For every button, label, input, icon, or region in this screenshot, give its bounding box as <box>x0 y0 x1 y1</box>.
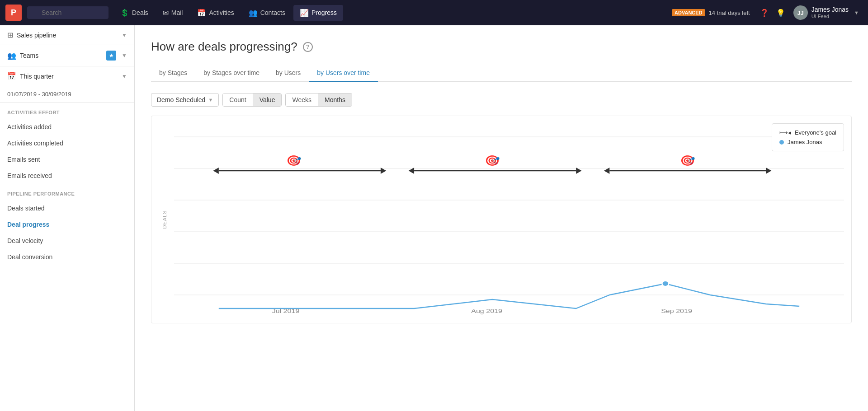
period-icon: 📅 <box>7 72 16 80</box>
user-menu[interactable]: JJ James Jonas UI Feed ▼ <box>790 4 863 22</box>
app-body: ⊞ Sales pipeline ▼ 👥 Teams ★ ▼ 📅 This qu… <box>0 25 868 411</box>
legend-goal: ⟼◂ Everyone's goal <box>779 129 836 136</box>
plan-badge: ADVANCED <box>672 9 705 16</box>
filters-row: Demo Scheduled ▼ Count Value Weeks Month… <box>151 93 852 107</box>
teams-dropdown[interactable]: 👥 Teams ★ ▼ <box>0 45 134 66</box>
pipeline-icon: ⊞ <box>7 31 13 39</box>
svg-text:Aug 2019: Aug 2019 <box>471 308 502 314</box>
teams-star: ★ <box>106 51 116 61</box>
svg-point-24 <box>662 281 669 286</box>
svg-text:Sep 2019: Sep 2019 <box>661 308 692 314</box>
sidebar-item-activities-completed[interactable]: Activities completed <box>0 135 134 151</box>
page-title: How are deals progressing? <box>151 40 297 54</box>
period-dropdown[interactable]: 📅 This quarter ▼ <box>0 66 134 86</box>
legend-user-label: James Jonas <box>788 139 822 145</box>
search-wrap: 🔍 <box>27 6 108 19</box>
count-toggle-btn[interactable]: Count <box>223 93 253 106</box>
user-line-icon <box>779 140 784 145</box>
mail-icon: ✉ <box>163 9 169 17</box>
top-navigation: P 🔍 💲 Deals ✉ Mail 📅 Activities 👥 Contac… <box>0 0 868 25</box>
sidebar-item-emails-received[interactable]: Emails received <box>0 168 134 184</box>
stage-filter-label: Demo Scheduled <box>157 96 205 103</box>
tips-button[interactable]: 💡 <box>774 5 788 20</box>
nav-item-progress[interactable]: 📈 Progress <box>293 5 343 21</box>
user-name: James Jonas <box>811 6 849 14</box>
trial-text: 14 trial days left <box>709 9 750 16</box>
weeks-toggle-btn[interactable]: Weeks <box>286 93 318 106</box>
weeks-months-toggle: Weeks Months <box>285 93 352 107</box>
teams-icon: 👥 <box>7 51 16 60</box>
sidebar-item-emails-sent[interactable]: Emails sent <box>0 151 134 168</box>
stage-filter-dropdown[interactable]: Demo Scheduled ▼ <box>151 93 219 107</box>
help-button[interactable]: ❓ <box>757 5 772 20</box>
contacts-icon: 👥 <box>249 9 258 17</box>
app-logo[interactable]: P <box>5 5 22 21</box>
period-arrow: ▼ <box>122 73 127 79</box>
nav-item-deals[interactable]: 💲 Deals <box>114 5 155 21</box>
count-value-toggle: Count Value <box>222 93 282 107</box>
nav-item-activities[interactable]: 📅 Activities <box>191 5 240 21</box>
sidebar-item-deal-conversion[interactable]: Deal conversion <box>0 249 134 265</box>
svg-text:🎯: 🎯 <box>485 155 500 167</box>
months-toggle-btn[interactable]: Months <box>318 93 352 106</box>
tab-by-stages-over-time[interactable]: by Stages over time <box>195 65 268 82</box>
goal-line-icon: ⟼◂ <box>779 129 791 136</box>
avatar: JJ <box>793 5 808 20</box>
date-range: 01/07/2019 - 30/09/2019 <box>0 86 134 103</box>
pipeline-dropdown[interactable]: ⊞ Sales pipeline ▼ <box>0 25 134 45</box>
tab-by-stages[interactable]: by Stages <box>151 65 195 82</box>
chart-svg: $6K $5K $4K $3K $2K $1K 🎯 <box>174 123 844 318</box>
nav-item-contacts[interactable]: 👥 Contacts <box>242 5 292 21</box>
sidebar-item-activities-added[interactable]: Activities added <box>0 119 134 135</box>
user-subtitle: UI Feed <box>811 14 849 19</box>
legend-user: James Jonas <box>779 139 836 145</box>
user-menu-arrow: ▼ <box>854 10 859 15</box>
progress-icon: 📈 <box>300 9 309 17</box>
activities-icon: 📅 <box>197 9 206 17</box>
svg-text:🎯: 🎯 <box>680 155 695 167</box>
search-input[interactable] <box>27 6 108 19</box>
tab-by-users[interactable]: by Users <box>268 65 309 82</box>
main-content: How are deals progressing? ? by Stages b… <box>135 25 868 411</box>
svg-text:🎯: 🎯 <box>286 155 302 167</box>
sidebar-item-deal-progress[interactable]: Deal progress <box>0 216 134 233</box>
teams-label: Teams <box>20 52 103 59</box>
y-axis-label: DEALS <box>162 210 167 229</box>
period-label: This quarter <box>20 73 116 80</box>
pipeline-arrow: ▼ <box>122 32 127 38</box>
sidebar-item-deals-started[interactable]: Deals started <box>0 200 134 216</box>
sidebar-item-deal-velocity[interactable]: Deal velocity <box>0 233 134 249</box>
legend-goal-label: Everyone's goal <box>795 129 836 136</box>
value-toggle-btn[interactable]: Value <box>253 93 282 106</box>
stage-filter-arrow: ▼ <box>208 97 213 103</box>
nav-item-mail[interactable]: ✉ Mail <box>156 5 189 21</box>
tab-by-users-over-time[interactable]: by Users over time <box>309 65 378 82</box>
help-tooltip-icon[interactable]: ? <box>303 42 313 52</box>
svg-text:Jul 2019: Jul 2019 <box>272 308 300 314</box>
chart-container: ⟼◂ Everyone's goal James Jonas DEALS <box>151 116 852 323</box>
activities-section-label: ACTIVITIES EFFORT <box>0 103 134 119</box>
pipeline-label: Sales pipeline <box>17 32 116 39</box>
pipeline-section-label: PIPELINE PERFORMANCE <box>0 184 134 200</box>
teams-arrow: ▼ <box>122 52 127 59</box>
page-title-row: How are deals progressing? ? <box>151 40 852 54</box>
deals-icon: 💲 <box>120 9 129 17</box>
sidebar: ⊞ Sales pipeline ▼ 👥 Teams ★ ▼ 📅 This qu… <box>0 25 135 411</box>
chart-svg-wrap: $6K $5K $4K $3K $2K $1K 🎯 <box>174 123 844 319</box>
chart-legend: ⟼◂ Everyone's goal James Jonas <box>772 123 844 151</box>
tabs-row: by Stages by Stages over time by Users b… <box>151 65 852 82</box>
